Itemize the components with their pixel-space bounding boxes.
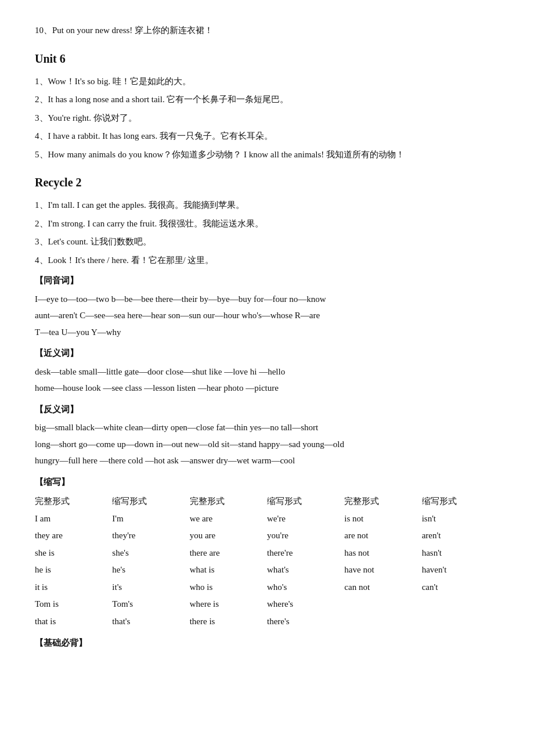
contraction-cell-2-3: there're <box>267 545 344 562</box>
contraction-cell-2-5: hasn't <box>422 545 499 562</box>
contraction-cell-3-5: haven't <box>422 561 499 579</box>
contraction-cell-5-3: where's <box>267 596 344 613</box>
contraction-row-2: she isshe'sthere arethere'rehas nothasn'… <box>35 545 499 562</box>
col-header-6: 缩写形式 <box>422 493 499 510</box>
contraction-cell-1-2: you are <box>190 527 267 545</box>
synonyms-line1: desk—table small—little gate—door close—… <box>35 363 499 380</box>
contraction-row-1: they arethey'reyou areyou'reare notaren'… <box>35 527 499 545</box>
contraction-cell-5-4 <box>344 596 421 613</box>
contraction-cell-4-4: can not <box>344 579 421 596</box>
contraction-row-0: I amI'mwe arewe'reis notisn't <box>35 510 499 528</box>
contraction-cell-1-3: you're <box>267 527 344 545</box>
col-header-2: 缩写形式 <box>112 493 189 510</box>
col-header-4: 缩写形式 <box>267 493 344 510</box>
contraction-cell-2-4: has not <box>344 545 421 562</box>
intro-line10: 10、Put on your new dress! 穿上你的新连衣裙！ <box>35 23 499 38</box>
contraction-cell-1-4: are not <box>344 527 421 545</box>
contraction-cell-3-3: what's <box>267 561 344 579</box>
homophones-title: 【同音词】 <box>35 273 499 289</box>
antonyms-line3: hungry—full here —there cold —hot ask —a… <box>35 452 499 469</box>
contraction-cell-1-0: they are <box>35 527 112 545</box>
contraction-row-5: Tom isTom'swhere iswhere's <box>35 596 499 613</box>
contraction-cell-5-1: Tom's <box>112 596 189 613</box>
contraction-cell-2-1: she's <box>112 545 189 562</box>
contraction-cell-6-4 <box>344 613 421 631</box>
col-header-1: 完整形式 <box>35 493 112 510</box>
contraction-cell-6-3: there's <box>267 613 344 631</box>
unit6-item-1: 1、Wow！It's so big. 哇！它是如此的大。 <box>35 74 499 89</box>
contraction-cell-4-3: who's <box>267 579 344 596</box>
contraction-cell-0-1: I'm <box>112 510 189 528</box>
contraction-cell-0-0: I am <box>35 510 112 528</box>
recycle2-title: Recycle 2 <box>35 172 499 192</box>
contraction-cell-1-1: they're <box>112 527 189 545</box>
antonyms-line1: big—small black—white clean—dirty open—c… <box>35 419 499 436</box>
synonyms-line2: home—house look —see class —lesson liste… <box>35 380 499 397</box>
col-header-5: 完整形式 <box>344 493 421 510</box>
contraction-cell-6-5 <box>422 613 499 631</box>
homophones-line3: T—tea U—you Y—why <box>35 324 499 341</box>
contraction-cell-0-2: we are <box>190 510 267 528</box>
contraction-cell-5-5 <box>422 596 499 613</box>
contraction-row-3: he ishe'swhat iswhat'shave nothaven't <box>35 561 499 579</box>
contraction-cell-2-2: there are <box>190 545 267 562</box>
recycle2-item-4: 4、Look！It's there / here. 看！它在那里/ 这里。 <box>35 253 499 268</box>
contraction-cell-3-4: have not <box>344 561 421 579</box>
unit6-title: Unit 6 <box>35 49 499 69</box>
contraction-cell-3-0: he is <box>35 561 112 579</box>
antonyms-title: 【反义词】 <box>35 402 499 417</box>
unit6-item-4: 4、I have a rabbit. It has long ears. 我有一… <box>35 129 499 144</box>
contraction-row-6: that isthat'sthere isthere's <box>35 613 499 631</box>
unit6-items: 1、Wow！It's so big. 哇！它是如此的大。 2、It has a … <box>35 74 499 163</box>
unit6-item-5: 5、How many animals do you know？你知道多少动物？ … <box>35 147 499 163</box>
contraction-cell-6-0: that is <box>35 613 112 631</box>
homophones-line1: I—eye to—too—two b—be—bee there—their by… <box>35 291 499 308</box>
contraction-cell-1-5: aren't <box>422 527 499 545</box>
contraction-cell-5-0: Tom is <box>35 596 112 613</box>
col-header-3: 完整形式 <box>190 493 267 510</box>
recycle2-item-2: 2、I'm strong. I can carry the fruit. 我很强… <box>35 217 499 232</box>
contraction-cell-3-2: what is <box>190 561 267 579</box>
contraction-row-4: it isit'swho iswho'scan notcan't <box>35 579 499 596</box>
synonyms-title: 【近义词】 <box>35 346 499 361</box>
contraction-cell-2-0: she is <box>35 545 112 562</box>
unit6-item-2: 2、It has a long nose and a short tail. 它… <box>35 92 499 107</box>
recycle2-item-3: 3、Let's count. 让我们数数吧。 <box>35 235 499 250</box>
recycle2-items: 1、I'm tall. I can get the apples. 我很高。我能… <box>35 198 499 268</box>
contraction-cell-5-2: where is <box>190 596 267 613</box>
contraction-cell-3-1: he's <box>112 561 189 579</box>
antonyms-line2: long—short go—come up—down in—out new—ol… <box>35 436 499 453</box>
unit6-item-3: 3、You're right. 你说对了。 <box>35 111 499 126</box>
homophones-line2: aunt—aren't C—see—sea here—hear son—sun … <box>35 307 499 324</box>
contraction-cell-6-2: there is <box>190 613 267 631</box>
contractions-table: 完整形式 缩写形式 完整形式 缩写形式 完整形式 缩写形式 I amI'mwe … <box>35 493 499 630</box>
contraction-cell-0-3: we're <box>267 510 344 528</box>
contraction-cell-0-4: is not <box>344 510 421 528</box>
contractions-title: 【缩写】 <box>35 475 499 490</box>
basic-review-title: 【基础必背】 <box>35 636 499 651</box>
contraction-cell-4-1: it's <box>112 579 189 596</box>
contraction-cell-4-5: can't <box>422 579 499 596</box>
contraction-cell-6-1: that's <box>112 613 189 631</box>
contraction-cell-4-2: who is <box>190 579 267 596</box>
recycle2-item-1: 1、I'm tall. I can get the apples. 我很高。我能… <box>35 198 499 213</box>
contraction-cell-4-0: it is <box>35 579 112 596</box>
contraction-cell-0-5: isn't <box>422 510 499 528</box>
